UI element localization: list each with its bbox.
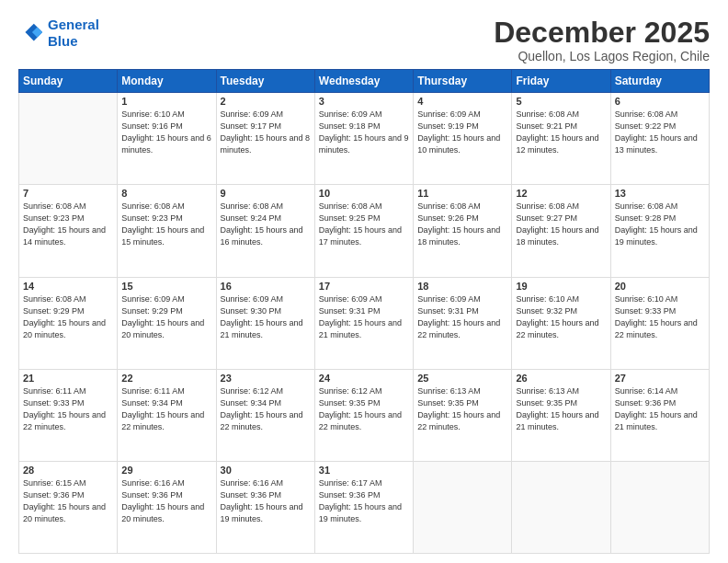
calendar-cell: 31Sunrise: 6:17 AMSunset: 9:36 PMDayligh… [314, 461, 413, 553]
calendar-cell: 8Sunrise: 6:08 AMSunset: 9:23 PMDaylight… [118, 185, 216, 277]
cell-info: Sunrise: 6:08 AMSunset: 9:23 PMDaylight:… [121, 201, 211, 248]
calendar-cell: 22Sunrise: 6:11 AMSunset: 9:34 PMDayligh… [118, 369, 216, 461]
day-number: 10 [319, 188, 409, 199]
cell-info: Sunrise: 6:13 AMSunset: 9:35 PMDaylight:… [417, 385, 507, 433]
calendar-cell: 17Sunrise: 6:09 AMSunset: 9:31 PMDayligh… [314, 277, 413, 369]
calendar-cell: 14Sunrise: 6:08 AMSunset: 9:29 PMDayligh… [19, 277, 118, 369]
calendar-cell: 25Sunrise: 6:13 AMSunset: 9:35 PMDayligh… [414, 369, 512, 461]
logo-line2: Blue [48, 33, 78, 49]
cell-info: Sunrise: 6:09 AMSunset: 9:30 PMDaylight:… [221, 293, 311, 341]
day-number: 24 [319, 373, 409, 384]
page: General Blue December 2025 Quellon, Los … [0, 0, 728, 563]
day-number: 20 [615, 281, 705, 292]
logo: General Blue [18, 17, 99, 50]
calendar-cell: 11Sunrise: 6:08 AMSunset: 9:26 PMDayligh… [414, 185, 512, 277]
day-number: 19 [516, 281, 606, 292]
header: General Blue December 2025 Quellon, Los … [18, 17, 710, 63]
day-number: 30 [221, 465, 311, 476]
cell-info: Sunrise: 6:08 AMSunset: 9:24 PMDaylight:… [221, 201, 311, 248]
month-title: December 2025 [494, 17, 710, 49]
day-number: 17 [319, 281, 409, 292]
day-number: 27 [615, 373, 705, 384]
calendar-cell: 28Sunrise: 6:15 AMSunset: 9:36 PMDayligh… [19, 461, 118, 553]
cell-info: Sunrise: 6:13 AMSunset: 9:35 PMDaylight:… [516, 385, 606, 433]
calendar-cell: 9Sunrise: 6:08 AMSunset: 9:24 PMDaylight… [216, 185, 314, 277]
calendar-cell: 19Sunrise: 6:10 AMSunset: 9:32 PMDayligh… [512, 277, 610, 369]
day-number: 31 [319, 465, 409, 476]
weekday-header-thursday: Thursday [414, 70, 512, 93]
day-number: 3 [319, 96, 409, 107]
cell-info: Sunrise: 6:12 AMSunset: 9:35 PMDaylight:… [319, 385, 409, 433]
cell-info: Sunrise: 6:09 AMSunset: 9:31 PMDaylight:… [417, 293, 507, 341]
calendar-cell: 18Sunrise: 6:09 AMSunset: 9:31 PMDayligh… [414, 277, 512, 369]
cell-info: Sunrise: 6:10 AMSunset: 9:33 PMDaylight:… [615, 293, 705, 341]
cell-info: Sunrise: 6:08 AMSunset: 9:21 PMDaylight:… [516, 109, 606, 156]
day-number: 6 [615, 96, 705, 107]
subtitle: Quellon, Los Lagos Region, Chile [494, 49, 710, 63]
calendar-cell: 10Sunrise: 6:08 AMSunset: 9:25 PMDayligh… [314, 185, 413, 277]
calendar-cell: 20Sunrise: 6:10 AMSunset: 9:33 PMDayligh… [610, 277, 709, 369]
calendar-cell: 6Sunrise: 6:08 AMSunset: 9:22 PMDaylight… [610, 93, 709, 185]
day-number: 5 [516, 96, 606, 107]
cell-info: Sunrise: 6:16 AMSunset: 9:36 PMDaylight:… [221, 477, 311, 525]
calendar-cell [414, 461, 512, 553]
calendar-cell: 23Sunrise: 6:12 AMSunset: 9:34 PMDayligh… [216, 369, 314, 461]
weekday-header-saturday: Saturday [610, 70, 709, 93]
day-number: 25 [417, 373, 507, 384]
calendar-cell: 3Sunrise: 6:09 AMSunset: 9:18 PMDaylight… [314, 93, 413, 185]
calendar-cell: 5Sunrise: 6:08 AMSunset: 9:21 PMDaylight… [512, 93, 610, 185]
day-number: 7 [23, 188, 113, 199]
day-number: 18 [417, 281, 507, 292]
day-number: 26 [516, 373, 606, 384]
calendar-cell: 16Sunrise: 6:09 AMSunset: 9:30 PMDayligh… [216, 277, 314, 369]
calendar-cell: 27Sunrise: 6:14 AMSunset: 9:36 PMDayligh… [610, 369, 709, 461]
calendar-cell: 15Sunrise: 6:09 AMSunset: 9:29 PMDayligh… [118, 277, 216, 369]
logo-icon [18, 20, 44, 46]
cell-info: Sunrise: 6:08 AMSunset: 9:27 PMDaylight:… [516, 201, 606, 248]
cell-info: Sunrise: 6:17 AMSunset: 9:36 PMDaylight:… [319, 477, 409, 525]
day-number: 9 [221, 188, 311, 199]
weekday-header-monday: Monday [118, 70, 216, 93]
calendar-cell [610, 461, 709, 553]
calendar-cell: 26Sunrise: 6:13 AMSunset: 9:35 PMDayligh… [512, 369, 610, 461]
calendar-cell [512, 461, 610, 553]
cell-info: Sunrise: 6:08 AMSunset: 9:26 PMDaylight:… [417, 201, 507, 248]
day-number: 16 [221, 281, 311, 292]
cell-info: Sunrise: 6:11 AMSunset: 9:33 PMDaylight:… [23, 385, 113, 433]
cell-info: Sunrise: 6:09 AMSunset: 9:29 PMDaylight:… [121, 293, 211, 341]
cell-info: Sunrise: 6:08 AMSunset: 9:23 PMDaylight:… [23, 201, 113, 248]
calendar-cell: 4Sunrise: 6:09 AMSunset: 9:19 PMDaylight… [414, 93, 512, 185]
weekday-header-tuesday: Tuesday [216, 70, 314, 93]
day-number: 15 [121, 281, 211, 292]
calendar-cell: 21Sunrise: 6:11 AMSunset: 9:33 PMDayligh… [19, 369, 118, 461]
calendar-table: SundayMondayTuesdayWednesdayThursdayFrid… [18, 69, 710, 554]
calendar-cell: 1Sunrise: 6:10 AMSunset: 9:16 PMDaylight… [118, 93, 216, 185]
day-number: 12 [516, 188, 606, 199]
logo-line1: General [48, 17, 99, 32]
day-number: 22 [121, 373, 211, 384]
calendar-cell: 2Sunrise: 6:09 AMSunset: 9:17 PMDaylight… [216, 93, 314, 185]
cell-info: Sunrise: 6:09 AMSunset: 9:31 PMDaylight:… [319, 293, 409, 341]
cell-info: Sunrise: 6:08 AMSunset: 9:29 PMDaylight:… [23, 293, 113, 341]
day-number: 23 [221, 373, 311, 384]
cell-info: Sunrise: 6:16 AMSunset: 9:36 PMDaylight:… [121, 477, 211, 525]
calendar-cell: 12Sunrise: 6:08 AMSunset: 9:27 PMDayligh… [512, 185, 610, 277]
calendar-cell: 13Sunrise: 6:08 AMSunset: 9:28 PMDayligh… [610, 185, 709, 277]
weekday-header-friday: Friday [512, 70, 610, 93]
day-number: 13 [615, 188, 705, 199]
calendar-cell: 29Sunrise: 6:16 AMSunset: 9:36 PMDayligh… [118, 461, 216, 553]
day-number: 1 [121, 96, 211, 107]
cell-info: Sunrise: 6:08 AMSunset: 9:25 PMDaylight:… [319, 201, 409, 248]
cell-info: Sunrise: 6:09 AMSunset: 9:18 PMDaylight:… [319, 109, 409, 156]
cell-info: Sunrise: 6:15 AMSunset: 9:36 PMDaylight:… [23, 477, 113, 525]
weekday-header-sunday: Sunday [19, 70, 118, 93]
day-number: 11 [417, 188, 507, 199]
day-number: 14 [23, 281, 113, 292]
calendar-cell [19, 93, 118, 185]
cell-info: Sunrise: 6:10 AMSunset: 9:32 PMDaylight:… [516, 293, 606, 341]
cell-info: Sunrise: 6:12 AMSunset: 9:34 PMDaylight:… [221, 385, 311, 433]
day-number: 29 [121, 465, 211, 476]
day-number: 21 [23, 373, 113, 384]
cell-info: Sunrise: 6:11 AMSunset: 9:34 PMDaylight:… [121, 385, 211, 433]
weekday-header-wednesday: Wednesday [314, 70, 413, 93]
